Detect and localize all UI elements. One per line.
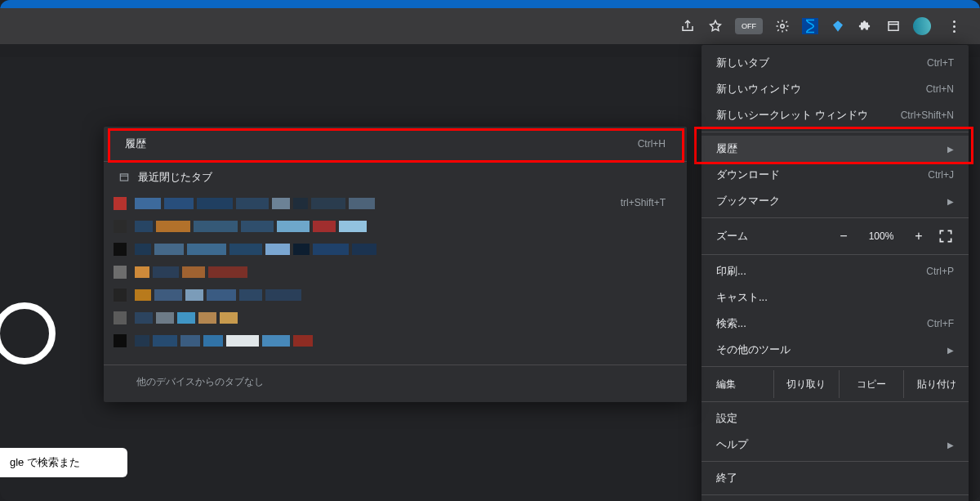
submenu-history-label: 履歴 <box>125 136 146 151</box>
menu-label: ヘルプ <box>716 437 748 452</box>
window-icon[interactable] <box>885 18 902 34</box>
favicon-swatch <box>114 243 127 256</box>
menu-separator <box>702 494 969 495</box>
menu-shortcut: Ctrl+T <box>927 57 954 69</box>
edit-label: 編集 <box>702 370 774 398</box>
no-other-devices-label: 他のデバイスからのタブなし <box>104 369 687 394</box>
menu-shortcut: Ctrl+F <box>927 318 954 329</box>
hourglass-icon[interactable] <box>802 18 818 34</box>
tab-toolbar: OFF <box>0 8 980 44</box>
recent-tab-row[interactable] <box>114 240 677 258</box>
menu-cast[interactable]: キャスト... <box>702 284 969 311</box>
menu-label: 印刷... <box>716 264 746 279</box>
profile-avatar[interactable] <box>913 17 931 35</box>
menu-separator <box>702 461 969 462</box>
menu-label: キャスト... <box>716 290 768 305</box>
menu-incognito[interactable]: 新しいシークレット ウィンドウCtrl+Shift+N <box>702 102 969 128</box>
menu-zoom-row: ズーム − 100% + <box>702 221 969 251</box>
menu-label: 新しいタブ <box>716 56 769 70</box>
recent-tab-row[interactable] <box>114 286 677 304</box>
chevron-right-icon: ▶ <box>947 197 954 206</box>
browser-window: OFF gle で検索また + 新しいタブCtrl+T 新しいウィンドウCtrl… <box>0 0 980 501</box>
puzzle-icon[interactable] <box>858 18 874 34</box>
menu-more-tools[interactable]: その他のツール▶ <box>702 337 969 363</box>
menu-separator <box>702 254 969 255</box>
favicon-swatch <box>114 289 127 302</box>
recent-tab-row[interactable] <box>114 217 677 235</box>
menu-label: 新しいウィンドウ <box>716 82 801 96</box>
menu-settings[interactable]: 設定 <box>702 405 969 432</box>
recent-tab-row[interactable] <box>114 309 677 327</box>
menu-label: その他のツール <box>716 342 791 357</box>
favicon-swatch <box>114 220 127 233</box>
zoom-in-button[interactable]: + <box>908 229 929 244</box>
star-icon[interactable] <box>707 18 724 34</box>
svg-rect-1 <box>889 22 898 31</box>
menu-label: 終了 <box>716 471 737 485</box>
edit-cut[interactable]: 切り取り <box>774 370 840 398</box>
menu-new-tab[interactable]: 新しいタブCtrl+T <box>702 50 969 76</box>
chevron-right-icon: ▶ <box>947 145 954 154</box>
diamond-icon[interactable] <box>830 18 846 34</box>
zoom-out-button[interactable]: − <box>833 229 854 244</box>
menu-label: ダウンロード <box>716 168 780 182</box>
recent-tabs-label: 最近閉じたタブ <box>138 170 212 185</box>
censored-title <box>135 221 367 232</box>
google-logo-fragment <box>0 302 56 365</box>
censored-title <box>135 289 301 301</box>
favicon-swatch <box>114 197 127 210</box>
share-icon[interactable] <box>679 18 696 34</box>
menu-bookmarks[interactable]: ブックマーク▶ <box>702 188 969 214</box>
menu-label: ブックマーク <box>716 194 780 208</box>
censored-title <box>135 198 375 209</box>
menu-shortcut: Ctrl+J <box>928 169 954 181</box>
censored-title <box>135 335 313 347</box>
submenu-history-head[interactable]: 履歴 Ctrl+H <box>104 130 687 158</box>
menu-label: 検索... <box>716 316 746 331</box>
menu-find[interactable]: 検索...Ctrl+F <box>702 311 969 337</box>
menu-downloads[interactable]: ダウンロードCtrl+J <box>702 162 969 188</box>
menu-separator <box>104 161 687 162</box>
chevron-right-icon: ▶ <box>947 441 954 450</box>
zoom-label: ズーム <box>716 229 785 244</box>
menu-shortcut: Ctrl+Shift+N <box>901 110 954 121</box>
fullscreen-icon[interactable] <box>938 228 954 244</box>
menu-shortcut: Ctrl+N <box>926 83 954 95</box>
favicon-swatch <box>114 311 127 324</box>
menu-exit[interactable]: 終了 <box>702 465 969 491</box>
search-hint-pill: gle で検索また <box>0 448 127 477</box>
censored-title <box>135 266 247 278</box>
window-titlebar <box>0 0 980 8</box>
menu-history[interactable]: 履歴▶ <box>702 136 969 162</box>
zoom-percent: 100% <box>862 230 900 242</box>
menu-separator <box>702 217 969 218</box>
edit-copy[interactable]: コピー <box>840 370 905 398</box>
favicon-swatch <box>114 334 127 347</box>
censored-title <box>135 244 376 255</box>
submenu-history-shortcut: Ctrl+H <box>638 138 666 150</box>
menu-label: 新しいシークレット ウィンドウ <box>716 108 868 123</box>
menu-label: 履歴 <box>716 141 737 156</box>
recent-tab-row[interactable] <box>114 195 677 212</box>
svg-rect-4 <box>120 174 127 181</box>
menu-edit-row: 編集 切り取り コピー 貼り付け <box>702 370 969 398</box>
censored-title <box>135 312 238 324</box>
edit-paste[interactable]: 貼り付け <box>904 370 969 398</box>
submenu-recent-tabs[interactable]: 最近閉じたタブ <box>104 165 687 190</box>
menu-print[interactable]: 印刷...Ctrl+P <box>702 258 969 284</box>
menu-separator <box>702 401 969 402</box>
menu-separator <box>702 366 969 367</box>
menu-new-window[interactable]: 新しいウィンドウCtrl+N <box>702 76 969 102</box>
recent-tab-row[interactable] <box>114 332 677 350</box>
extension-off-badge[interactable]: OFF <box>735 18 763 34</box>
menu-help[interactable]: ヘルプ▶ <box>702 432 969 458</box>
menu-separator <box>702 132 969 132</box>
gear-icon[interactable] <box>774 18 791 34</box>
favicon-swatch <box>114 266 127 279</box>
menu-shortcut: Ctrl+P <box>926 266 954 277</box>
recent-tab-row[interactable] <box>114 263 677 281</box>
kebab-menu-icon[interactable] <box>942 15 965 38</box>
chevron-right-icon: ▶ <box>947 346 954 355</box>
window-icon <box>118 172 130 183</box>
main-menu: 新しいタブCtrl+T 新しいウィンドウCtrl+N 新しいシークレット ウィン… <box>702 45 969 501</box>
